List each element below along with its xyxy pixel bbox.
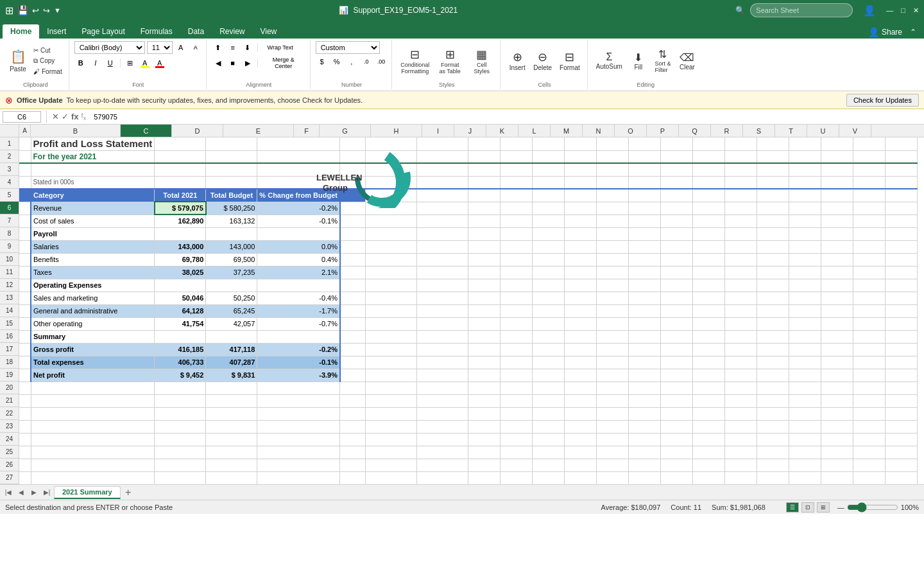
cell-L1[interactable] xyxy=(565,137,597,150)
col-header-a[interactable]: A xyxy=(19,125,31,137)
cell-C1[interactable] xyxy=(155,137,206,150)
cell-H24[interactable] xyxy=(417,433,468,446)
cell-U18[interactable] xyxy=(853,356,886,369)
cell-D2[interactable] xyxy=(206,150,257,163)
cell-P10[interactable] xyxy=(693,253,725,266)
cell-K22[interactable] xyxy=(533,407,565,420)
cell-J16[interactable] xyxy=(501,330,533,343)
cell-V3[interactable] xyxy=(886,163,918,176)
row-header-9[interactable]: 9 xyxy=(0,240,19,253)
row-header-22[interactable]: 22 xyxy=(0,407,19,420)
cell-U10[interactable] xyxy=(853,253,886,266)
cell-T20[interactable] xyxy=(821,381,853,394)
cell-U25[interactable] xyxy=(853,446,886,459)
sheet-nav-last[interactable]: ▶| xyxy=(41,487,53,498)
cell-J13[interactable] xyxy=(501,292,533,304)
close-icon[interactable]: ✕ xyxy=(913,6,919,15)
row-header-24[interactable]: 24 xyxy=(0,433,19,446)
cell-P24[interactable] xyxy=(693,433,725,446)
cell-G14[interactable] xyxy=(366,304,417,317)
insert-cells-button[interactable]: ⊕ Insert xyxy=(506,43,529,79)
cell-V16[interactable] xyxy=(886,330,918,343)
cell-V20[interactable] xyxy=(886,381,918,394)
cell-K21[interactable] xyxy=(533,394,565,407)
cell-M22[interactable] xyxy=(597,407,629,420)
cell-E26[interactable] xyxy=(257,459,340,471)
cell-J8[interactable] xyxy=(501,227,533,240)
cell-D17[interactable]: 417,118 xyxy=(206,343,257,356)
cell-L7[interactable] xyxy=(565,215,597,227)
cell-T13[interactable] xyxy=(821,292,853,304)
cell-M27[interactable] xyxy=(597,471,629,484)
cell-L8[interactable] xyxy=(565,227,597,240)
cell-V4[interactable] xyxy=(886,176,918,189)
cell-K17[interactable] xyxy=(533,343,565,356)
cell-D23[interactable] xyxy=(206,420,257,433)
cell-Q8[interactable] xyxy=(725,227,757,240)
cell-B20[interactable] xyxy=(31,381,155,394)
cell-V1[interactable] xyxy=(886,137,918,150)
cell-E21[interactable] xyxy=(257,394,340,407)
cell-P23[interactable] xyxy=(693,420,725,433)
cell-R16[interactable] xyxy=(757,330,789,343)
redo-icon[interactable]: ↪ xyxy=(43,6,50,15)
copy-button[interactable]: ⧉ Copy xyxy=(31,56,65,66)
cell-U6[interactable] xyxy=(853,202,886,215)
cell-S13[interactable] xyxy=(789,292,821,304)
cell-E20[interactable] xyxy=(257,381,340,394)
cell-M20[interactable] xyxy=(597,381,629,394)
tab-page-layout[interactable]: Page Layout xyxy=(74,24,132,39)
col-header-i[interactable]: I xyxy=(422,125,454,137)
cell-O16[interactable] xyxy=(661,330,693,343)
tab-insert[interactable]: Insert xyxy=(39,24,74,39)
undo-icon[interactable]: ↩ xyxy=(32,6,39,15)
cell-H26[interactable] xyxy=(417,459,468,471)
cell-K12[interactable] xyxy=(533,279,565,292)
cell-Q24[interactable] xyxy=(725,433,757,446)
cell-K27[interactable] xyxy=(533,471,565,484)
col-header-v[interactable]: V xyxy=(839,125,871,137)
cell-R1[interactable] xyxy=(757,137,789,150)
cell-D26[interactable] xyxy=(206,459,257,471)
cell-U5[interactable] xyxy=(853,189,886,202)
cell-I24[interactable] xyxy=(468,433,501,446)
cell-A6[interactable] xyxy=(19,202,31,215)
cell-Q14[interactable] xyxy=(725,304,757,317)
cell-P12[interactable] xyxy=(693,279,725,292)
cell-A7[interactable] xyxy=(19,215,31,227)
sheet-nav-first[interactable]: |◀ xyxy=(3,487,14,498)
cell-C16[interactable] xyxy=(155,330,206,343)
cell-H15[interactable] xyxy=(417,317,468,330)
cell-T12[interactable] xyxy=(821,279,853,292)
col-header-b[interactable]: B xyxy=(31,125,121,137)
cell-I25[interactable] xyxy=(468,446,501,459)
cell-B7[interactable]: Cost of sales xyxy=(31,215,155,227)
cell-reference-input[interactable] xyxy=(3,111,41,123)
cell-Q2[interactable] xyxy=(725,150,757,163)
cell-E16[interactable] xyxy=(257,330,340,343)
fill-color-button[interactable]: A xyxy=(139,57,151,69)
cell-D5[interactable]: Total Budget xyxy=(206,189,257,202)
cell-E18[interactable]: -0.1% xyxy=(257,356,340,369)
cell-U2[interactable] xyxy=(853,150,886,163)
cell-I15[interactable] xyxy=(468,317,501,330)
cell-J14[interactable] xyxy=(501,304,533,317)
cell-P15[interactable] xyxy=(693,317,725,330)
cancel-formula-icon[interactable]: ✕ xyxy=(52,112,59,121)
cell-L20[interactable] xyxy=(565,381,597,394)
cell-C9[interactable]: 143,000 xyxy=(155,240,206,253)
cell-I18[interactable] xyxy=(468,356,501,369)
cell-I1[interactable] xyxy=(468,137,501,150)
cell-L22[interactable] xyxy=(565,407,597,420)
cell-K19[interactable] xyxy=(533,369,565,381)
cell-L4[interactable] xyxy=(565,176,597,189)
cell-Q21[interactable] xyxy=(725,394,757,407)
cell-O6[interactable] xyxy=(661,202,693,215)
cell-J22[interactable] xyxy=(501,407,533,420)
cell-A18[interactable] xyxy=(19,356,31,369)
cell-V24[interactable] xyxy=(886,433,918,446)
cell-B8[interactable]: Payroll xyxy=(31,227,155,240)
cell-J23[interactable] xyxy=(501,420,533,433)
row-header-8[interactable]: 8 xyxy=(0,227,19,240)
cell-G15[interactable] xyxy=(366,317,417,330)
